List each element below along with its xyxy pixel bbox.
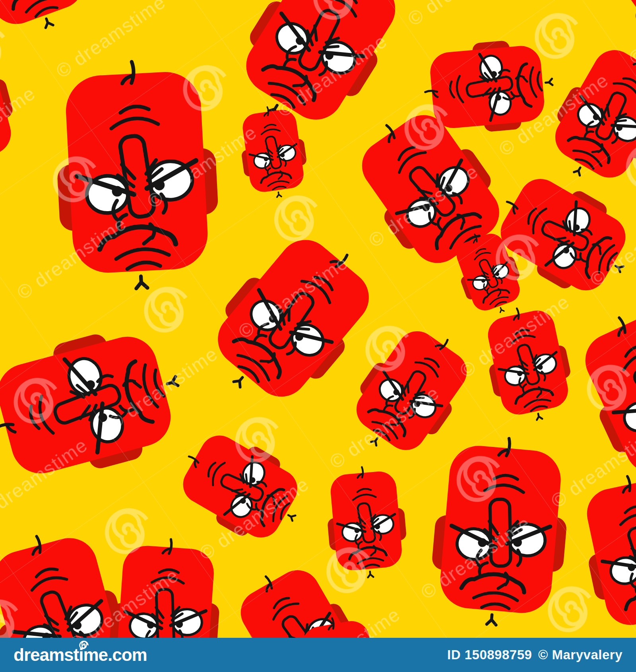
pattern-artwork: © dreamstime: [0, 0, 636, 638]
watermark-bar: dreamstime.com ID 150898759 © Maryvalery: [0, 638, 636, 672]
watermark-overlay: [0, 0, 636, 638]
spiral-icon: [79, 640, 89, 651]
image-id-label: ID 150898759: [447, 647, 532, 662]
dreamstime-logo: dreamstime.com: [14, 645, 147, 665]
author-credit: © Maryvalery: [538, 647, 622, 662]
image-credit: ID 150898759 © Maryvalery: [445, 647, 622, 662]
stock-image-canvas: © dreamstime dreamstime.com ID 150898759…: [0, 0, 636, 672]
